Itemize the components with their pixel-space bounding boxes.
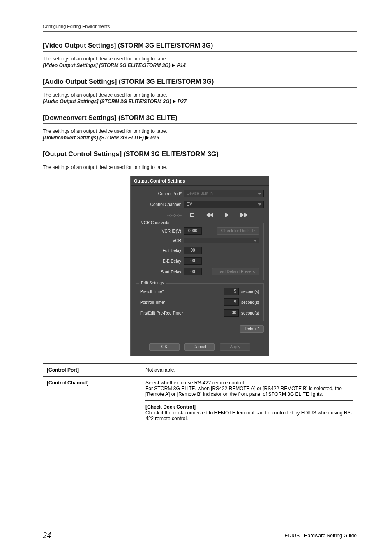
vcr-label: VCR <box>140 238 181 243</box>
xref-label: [Downconvert Settings] (STORM 3G ELITE) <box>43 135 144 141</box>
chevron-down-icon <box>258 204 261 206</box>
ok-button[interactable]: OK <box>149 343 180 351</box>
preroll-input[interactable]: 5 <box>224 288 239 295</box>
footer-text: EDIUS - Hardware Setting Guide <box>285 533 357 539</box>
xref-page: P27 <box>178 99 186 104</box>
cell-paragraph: Check if the deck connected to REMOTE te… <box>145 410 353 421</box>
xref-downconvert[interactable]: [Downconvert Settings] (STORM 3G ELITE) … <box>43 135 357 141</box>
default-button[interactable]: Default* <box>240 325 264 333</box>
heading-audio-output: [Audio Output Settings] (STORM 3G ELITE/… <box>43 78 357 88</box>
cancel-button[interactable]: Cancel <box>184 343 215 351</box>
dialog-title: Output Control Settings <box>131 176 269 186</box>
control-channel-select[interactable]: DV <box>184 201 264 208</box>
cell-paragraph: Select whether to use RS-422 remote cont… <box>145 380 353 397</box>
body-text: The settings of an output device used fo… <box>43 128 357 134</box>
settings-table: [Control Port] Not available. [Control C… <box>43 363 357 425</box>
ee-delay-input[interactable]: 00 <box>184 257 202 265</box>
cell-control-port: [Control Port] <box>43 364 141 376</box>
chevron-down-icon <box>254 240 257 242</box>
arrow-right-icon <box>173 99 176 104</box>
xref-audio-output[interactable]: [Audio Output Settings] (STORM 3G ELITE/… <box>43 99 357 104</box>
separator <box>184 211 184 219</box>
play-icon[interactable] <box>223 211 231 219</box>
control-port-label: Control Port* <box>136 192 182 196</box>
dialog-screenshot: Output Control Settings Control Port* De… <box>43 176 357 356</box>
postroll-input[interactable]: 5 <box>224 298 239 306</box>
table-row: [Control Channel] Select whether to use … <box>43 376 357 425</box>
body-text: The settings of an output device used fo… <box>43 92 357 98</box>
cell-value: Select whether to use RS-422 remote cont… <box>141 377 357 425</box>
check-deck-id-button[interactable]: Check for Deck ID <box>217 227 259 235</box>
ee-delay-label: E-E Delay <box>140 259 181 264</box>
firstedit-input[interactable]: 30 <box>224 309 239 317</box>
xref-video-output[interactable]: [Video Output Settings] (STORM 3G ELITE/… <box>43 62 357 68</box>
fieldset-legend: VCR Constants <box>139 220 171 225</box>
fast-forward-icon[interactable] <box>240 211 248 219</box>
timecode-label: --:--:--;-- <box>136 213 182 217</box>
stop-icon[interactable] <box>189 211 196 219</box>
page-number: 24 <box>43 531 51 540</box>
postroll-label: Postroll Time* <box>140 300 166 305</box>
cell-value: Not available. <box>141 364 357 376</box>
table-row: [Control Port] Not available. <box>43 364 357 376</box>
output-control-settings-dialog: Output Control Settings Control Port* De… <box>130 176 269 356</box>
body-text: The settings of an output device used fo… <box>43 56 357 62</box>
vcr-id-input[interactable]: 0000 <box>184 227 202 235</box>
start-delay-input[interactable]: 00 <box>184 268 202 275</box>
heading-output-control: [Output Control Settings] (STORM 3G ELIT… <box>43 150 357 160</box>
edit-delay-input[interactable]: 00 <box>184 247 202 254</box>
rewind-icon[interactable] <box>206 211 213 219</box>
apply-button[interactable]: Apply <box>220 343 250 351</box>
vcr-constants-group: VCR Constants VCR ID(V) 0000 Check for D… <box>136 223 264 280</box>
unit-label: second(s) <box>241 300 259 305</box>
cell-control-channel: [Control Channel] <box>43 377 141 425</box>
xref-label: [Audio Output Settings] (STORM 3G ELITE/… <box>43 99 171 104</box>
xref-page: P16 <box>150 135 159 141</box>
body-text: The settings of an output device used fo… <box>43 164 357 170</box>
control-channel-label: Control Channel* <box>136 202 182 207</box>
xref-page: P14 <box>177 62 185 68</box>
edit-delay-label: Edit Delay <box>140 248 181 253</box>
chevron-down-icon <box>258 193 261 195</box>
edit-settings-group: Edit Settings Preroll Time* 5 second(s) … <box>136 283 264 321</box>
arrow-right-icon <box>172 63 175 67</box>
load-default-presets-button[interactable]: Load Default Presets <box>212 268 259 275</box>
running-header: Configuring Editing Environments <box>43 24 357 32</box>
unit-label: second(s) <box>241 311 259 315</box>
fieldset-legend: Edit Settings <box>139 281 166 285</box>
xref-label: [Video Output Settings] (STORM 3G ELITE/… <box>43 62 170 68</box>
control-port-select[interactable]: Device Built-in <box>184 190 264 197</box>
heading-video-output: [Video Output Settings] (STORM 3G ELITE/… <box>43 42 357 52</box>
select-value: Device Built-in <box>187 192 213 196</box>
arrow-right-icon <box>145 136 149 140</box>
vcr-id-label: VCR ID(V) <box>140 229 181 234</box>
start-delay-label: Start Delay <box>140 270 181 274</box>
preroll-label: Preroll Time* <box>140 289 164 294</box>
cell-subheading: [Check Deck Control] <box>145 404 353 410</box>
firstedit-label: FirstEdit Pre-Rec Time* <box>140 311 183 315</box>
vcr-select[interactable] <box>184 238 259 243</box>
heading-downconvert: [Downconvert Settings] (STORM 3G ELITE) <box>43 114 357 124</box>
select-value: DV <box>187 202 192 206</box>
unit-label: second(s) <box>241 289 259 294</box>
